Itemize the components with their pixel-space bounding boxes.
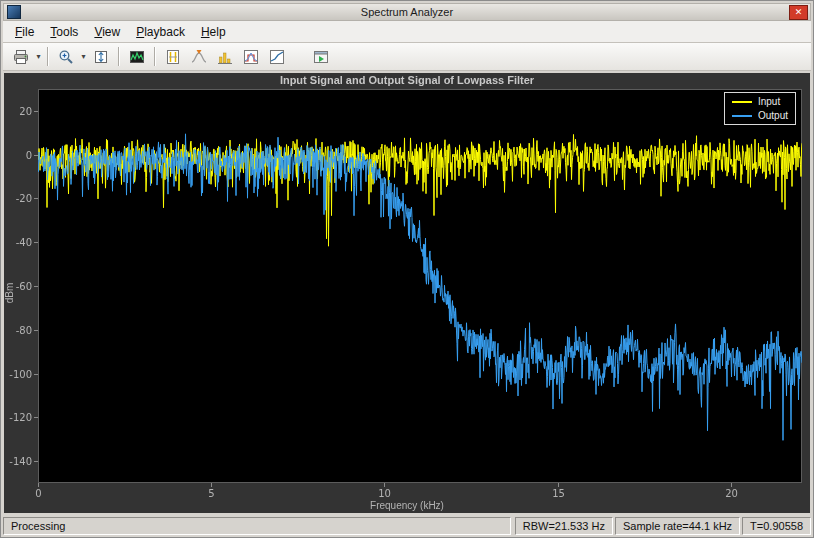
fit-to-view-icon xyxy=(93,49,109,65)
magnifier-plus-icon xyxy=(58,49,74,65)
x-axis-label: Frequency (kHz) xyxy=(4,500,810,511)
menu-view[interactable]: View xyxy=(86,23,128,41)
menu-file[interactable]: File xyxy=(7,23,42,41)
cursor-measurements-button[interactable] xyxy=(160,44,186,69)
zoom-in-button[interactable] xyxy=(53,44,79,69)
legend-entry-input: Input xyxy=(732,96,788,107)
status-sample-rate: Sample rate=44.1 kHz xyxy=(615,517,740,535)
spectrum-plot-canvas[interactable] xyxy=(4,73,810,513)
menu-tools[interactable]: Tools xyxy=(42,23,86,41)
legend[interactable]: Input Output xyxy=(724,92,796,125)
fit-to-view-button[interactable] xyxy=(88,44,114,69)
app-icon xyxy=(7,5,21,19)
peak-finder-button[interactable] xyxy=(186,44,212,69)
peak-finder-icon xyxy=(191,49,207,65)
spectral-mask-icon xyxy=(243,49,259,65)
window-title: Spectrum Analyzer xyxy=(4,6,810,18)
menubar: File Tools View Playback Help xyxy=(3,21,811,43)
close-button[interactable]: ✕ xyxy=(789,5,808,20)
toolbar-separator xyxy=(47,47,49,66)
ccdf-curve-icon xyxy=(269,49,285,65)
legend-label-output: Output xyxy=(758,110,788,121)
input-line-swatch xyxy=(732,101,752,103)
output-line-swatch xyxy=(732,115,752,117)
statusbar: Processing RBW=21.533 Hz Sample rate=44.… xyxy=(3,515,811,535)
toolbar: ▾ ▾ xyxy=(3,43,811,71)
legend-label-input: Input xyxy=(758,96,780,107)
printer-icon xyxy=(13,49,29,65)
menu-help[interactable]: Help xyxy=(193,23,234,41)
status-rbw: RBW=21.533 Hz xyxy=(515,517,613,535)
status-processing: Processing xyxy=(3,517,511,535)
playback-run-button[interactable] xyxy=(308,44,334,69)
spectrum-settings-button[interactable] xyxy=(124,44,150,69)
spectral-mask-button[interactable] xyxy=(238,44,264,69)
legend-entry-output: Output xyxy=(732,110,788,121)
cursor-measurements-icon xyxy=(165,49,181,65)
toolbar-separator xyxy=(118,47,120,66)
zoom-dropdown-caret-icon[interactable]: ▾ xyxy=(79,52,88,61)
print-dropdown-caret-icon[interactable]: ▾ xyxy=(34,52,43,61)
menu-playback[interactable]: Playback xyxy=(128,23,193,41)
ccdf-measurements-button[interactable] xyxy=(264,44,290,69)
plot-title: Input Signal and Output Signal of Lowpas… xyxy=(4,74,810,86)
print-button[interactable] xyxy=(8,44,34,69)
distortion-bars-icon xyxy=(217,49,233,65)
spectrum-analyzer-window: Spectrum Analyzer ✕ File Tools View Play… xyxy=(0,0,814,538)
plot-area: Input Signal and Output Signal of Lowpas… xyxy=(4,73,810,513)
titlebar: Spectrum Analyzer ✕ xyxy=(3,3,811,21)
status-time: T=0.90558 xyxy=(742,517,811,535)
run-window-icon xyxy=(313,49,329,65)
spectrum-icon xyxy=(129,49,145,65)
toolbar-separator xyxy=(154,47,156,66)
y-axis-label: dBm xyxy=(4,283,15,304)
distortion-measurements-button[interactable] xyxy=(212,44,238,69)
